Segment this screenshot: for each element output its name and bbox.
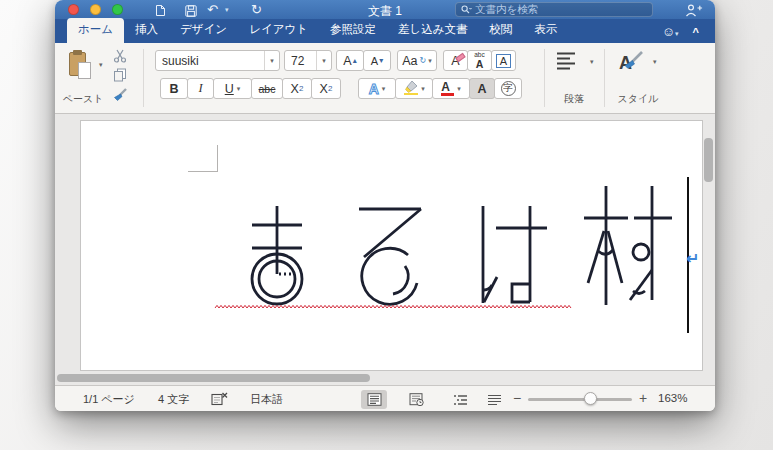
zoom-slider-track[interactable] bbox=[528, 398, 632, 401]
paste-label: ペースト bbox=[57, 92, 109, 106]
change-case-dropdown-icon: ▾ bbox=[428, 57, 432, 65]
group-divider bbox=[143, 49, 144, 107]
margin-corner-mark bbox=[217, 145, 218, 172]
shrink-font-button[interactable]: A▾ bbox=[363, 50, 391, 71]
underline-dropdown-icon[interactable]: ▾ bbox=[237, 85, 241, 93]
character-shading-button[interactable]: A bbox=[469, 78, 495, 99]
strikethrough-button[interactable]: abc bbox=[251, 78, 283, 99]
paste-dropdown-icon[interactable]: ▾ bbox=[99, 61, 103, 69]
glyph-ro bbox=[359, 209, 421, 304]
glyph-mura bbox=[584, 186, 672, 305]
outline-view-button[interactable] bbox=[447, 390, 473, 409]
paragraph-button[interactable]: ▾ bbox=[552, 49, 598, 87]
tab-design[interactable]: デザイン bbox=[169, 18, 238, 43]
paragraph-return-mark: ↵ bbox=[686, 249, 699, 268]
styles-button[interactable]: A ▾ bbox=[613, 49, 663, 87]
character-count[interactable]: 4 文字 bbox=[158, 392, 189, 407]
paragraph-dropdown-icon[interactable]: ▾ bbox=[590, 58, 594, 66]
zoom-window-button[interactable] bbox=[112, 4, 123, 15]
print-layout-view-button[interactable] bbox=[361, 390, 387, 409]
title-bar: ↶ ▾ ↻ 文書 1 文書内を検索 bbox=[55, 0, 715, 19]
language-indicator[interactable]: 日本語 bbox=[250, 392, 283, 407]
grow-font-arrow-icon: ▴ bbox=[353, 56, 357, 65]
phonetic-guide-button[interactable]: abc A bbox=[467, 50, 492, 71]
paste-clipboard-icon bbox=[69, 50, 91, 79]
font-size-value: 72 bbox=[285, 54, 316, 68]
tab-insert[interactable]: 挿入 bbox=[124, 18, 169, 43]
highlight-button[interactable]: ▾ bbox=[395, 78, 433, 99]
tab-view[interactable]: 表示 bbox=[524, 18, 569, 43]
glyph-ha bbox=[483, 206, 547, 303]
highlighter-icon bbox=[403, 80, 419, 98]
superscript-button[interactable]: X2 bbox=[311, 78, 341, 99]
search-input[interactable]: 文書内を検索 bbox=[455, 2, 653, 17]
horizontal-scrollbar-thumb[interactable] bbox=[57, 374, 370, 382]
bold-button[interactable]: B bbox=[160, 78, 188, 99]
enclose-characters-button[interactable]: 字 bbox=[494, 78, 522, 99]
document-area[interactable]: まるは村 bbox=[55, 114, 715, 385]
group-divider bbox=[604, 49, 605, 107]
draft-view-button[interactable] bbox=[481, 390, 507, 409]
zoom-out-button[interactable]: − bbox=[513, 390, 521, 406]
styles-label: スタイル bbox=[611, 92, 665, 106]
status-bar: 1/1 ページ 4 文字 日本語 − + 163% bbox=[55, 385, 715, 411]
font-name-value: suusiki bbox=[156, 54, 264, 68]
font-color-dropdown-icon[interactable]: ▾ bbox=[457, 85, 461, 93]
text-effects-button[interactable]: A▾ bbox=[358, 78, 396, 99]
text-effects-dropdown-icon[interactable]: ▾ bbox=[382, 85, 386, 93]
tab-layout[interactable]: レイアウト bbox=[238, 18, 319, 43]
undo-icon[interactable]: ↶ bbox=[207, 0, 218, 19]
copy-icon[interactable] bbox=[113, 68, 127, 86]
vertical-scrollbar-thumb[interactable] bbox=[704, 138, 713, 182]
tab-review[interactable]: 校閲 bbox=[479, 18, 524, 43]
ribbon-tab-bar: ホーム 挿入 デザイン レイアウト 参照設定 差し込み文書 校閲 表示 ☺▾ ^ bbox=[55, 19, 715, 43]
zoom-in-button[interactable]: + bbox=[639, 390, 647, 406]
change-case-button[interactable]: Aa↻▾ bbox=[397, 50, 437, 71]
highlight-dropdown-icon[interactable]: ▾ bbox=[421, 85, 425, 93]
tab-mailings[interactable]: 差し込み文書 bbox=[387, 18, 479, 43]
ribbon: ▾ ペースト suusiki ▾ 72 ▾ A▴ A▾ Aa↻▾ bbox=[55, 43, 715, 114]
shrink-font-arrow-icon: ▾ bbox=[379, 56, 383, 65]
spellcheck-squiggle bbox=[215, 305, 571, 308]
font-name-dropdown-icon[interactable]: ▾ bbox=[264, 51, 279, 70]
underline-button[interactable]: U▾ bbox=[213, 78, 252, 99]
margin-corner-mark bbox=[188, 171, 218, 172]
font-size-dropdown-icon[interactable]: ▾ bbox=[316, 51, 331, 70]
case-refresh-icon: ↻ bbox=[420, 56, 427, 65]
search-placeholder: 文書内を検索 bbox=[475, 3, 538, 17]
clear-formatting-button[interactable]: A bbox=[443, 50, 468, 71]
font-name-select[interactable]: suusiki ▾ bbox=[155, 50, 280, 71]
glyph-ma bbox=[252, 206, 302, 304]
group-divider bbox=[544, 49, 545, 107]
redo-icon[interactable]: ↻ bbox=[251, 0, 262, 19]
document-text-glyphs bbox=[205, 174, 685, 309]
format-painter-icon[interactable] bbox=[113, 87, 128, 106]
collapse-ribbon-icon[interactable]: ^ bbox=[693, 26, 699, 38]
proofing-status-icon[interactable] bbox=[211, 392, 228, 408]
italic-button[interactable]: I bbox=[187, 78, 214, 99]
search-icon bbox=[461, 1, 472, 19]
zoom-percentage[interactable]: 163% bbox=[658, 392, 687, 404]
undo-dropdown-icon[interactable]: ▾ bbox=[225, 6, 229, 14]
subscript-button[interactable]: X2 bbox=[282, 78, 312, 99]
paragraph-label: 段落 bbox=[548, 92, 600, 106]
zoom-slider-thumb[interactable] bbox=[584, 392, 597, 405]
font-size-select[interactable]: 72 ▾ bbox=[284, 50, 332, 71]
cut-icon[interactable] bbox=[113, 49, 128, 67]
character-border-button[interactable]: A bbox=[491, 50, 516, 71]
close-window-button[interactable] bbox=[68, 4, 79, 15]
word-window: ↶ ▾ ↻ 文書 1 文書内を検索 ホーム 挿入 デザイン レイアウト 参照設定… bbox=[55, 0, 715, 411]
feedback-smiley-icon[interactable]: ☺▾ bbox=[662, 24, 679, 39]
minimize-window-button[interactable] bbox=[90, 4, 101, 15]
page-count[interactable]: 1/1 ページ bbox=[83, 392, 135, 407]
tab-home[interactable]: ホーム bbox=[67, 18, 124, 43]
web-layout-view-button[interactable] bbox=[403, 390, 429, 409]
font-color-button[interactable]: A ▾ bbox=[432, 78, 470, 99]
paste-button[interactable]: ▾ bbox=[63, 48, 107, 88]
grow-font-button[interactable]: A▴ bbox=[336, 50, 364, 71]
tab-references[interactable]: 参照設定 bbox=[319, 18, 387, 43]
styles-dropdown-icon[interactable]: ▾ bbox=[653, 58, 657, 66]
